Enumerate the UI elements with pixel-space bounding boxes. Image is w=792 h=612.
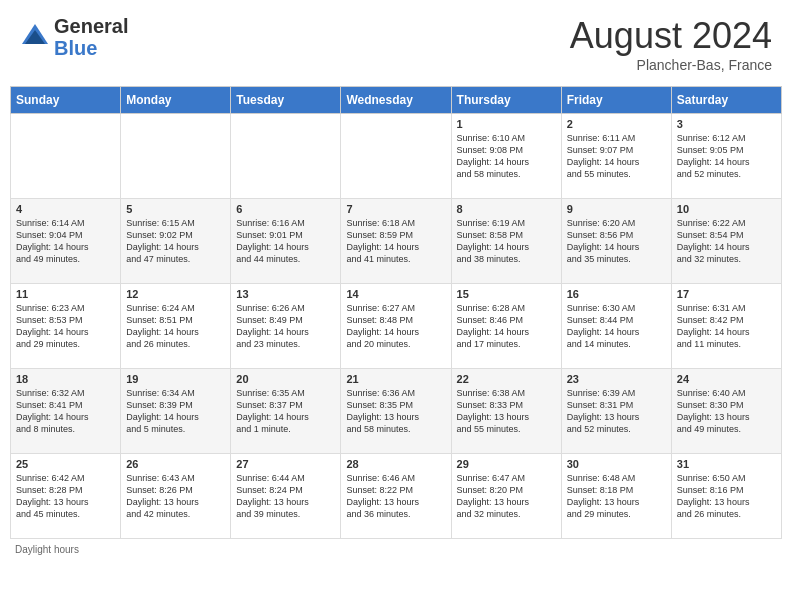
calendar-cell: 17Sunrise: 6:31 AM Sunset: 8:42 PM Dayli…	[671, 284, 781, 369]
location: Plancher-Bas, France	[570, 57, 772, 73]
day-info: Sunrise: 6:12 AM Sunset: 9:05 PM Dayligh…	[677, 132, 776, 181]
calendar-cell: 31Sunrise: 6:50 AM Sunset: 8:16 PM Dayli…	[671, 454, 781, 539]
day-info: Sunrise: 6:43 AM Sunset: 8:26 PM Dayligh…	[126, 472, 225, 521]
day-number: 1	[457, 118, 556, 130]
day-info: Sunrise: 6:11 AM Sunset: 9:07 PM Dayligh…	[567, 132, 666, 181]
calendar-cell: 30Sunrise: 6:48 AM Sunset: 8:18 PM Dayli…	[561, 454, 671, 539]
calendar-cell: 7Sunrise: 6:18 AM Sunset: 8:59 PM Daylig…	[341, 199, 451, 284]
calendar-cell: 8Sunrise: 6:19 AM Sunset: 8:58 PM Daylig…	[451, 199, 561, 284]
day-number: 25	[16, 458, 115, 470]
day-header-friday: Friday	[561, 87, 671, 114]
calendar-cell: 10Sunrise: 6:22 AM Sunset: 8:54 PM Dayli…	[671, 199, 781, 284]
day-info: Sunrise: 6:14 AM Sunset: 9:04 PM Dayligh…	[16, 217, 115, 266]
day-number: 18	[16, 373, 115, 385]
calendar-cell: 23Sunrise: 6:39 AM Sunset: 8:31 PM Dayli…	[561, 369, 671, 454]
day-number: 2	[567, 118, 666, 130]
calendar-week-row: 18Sunrise: 6:32 AM Sunset: 8:41 PM Dayli…	[11, 369, 782, 454]
calendar-week-row: 11Sunrise: 6:23 AM Sunset: 8:53 PM Dayli…	[11, 284, 782, 369]
day-info: Sunrise: 6:46 AM Sunset: 8:22 PM Dayligh…	[346, 472, 445, 521]
day-number: 20	[236, 373, 335, 385]
calendar-cell: 15Sunrise: 6:28 AM Sunset: 8:46 PM Dayli…	[451, 284, 561, 369]
calendar-cell: 11Sunrise: 6:23 AM Sunset: 8:53 PM Dayli…	[11, 284, 121, 369]
calendar-cell: 29Sunrise: 6:47 AM Sunset: 8:20 PM Dayli…	[451, 454, 561, 539]
calendar-cell: 25Sunrise: 6:42 AM Sunset: 8:28 PM Dayli…	[11, 454, 121, 539]
calendar-cell	[231, 114, 341, 199]
day-info: Sunrise: 6:39 AM Sunset: 8:31 PM Dayligh…	[567, 387, 666, 436]
day-number: 17	[677, 288, 776, 300]
day-info: Sunrise: 6:19 AM Sunset: 8:58 PM Dayligh…	[457, 217, 556, 266]
day-info: Sunrise: 6:35 AM Sunset: 8:37 PM Dayligh…	[236, 387, 335, 436]
day-info: Sunrise: 6:27 AM Sunset: 8:48 PM Dayligh…	[346, 302, 445, 351]
day-info: Sunrise: 6:30 AM Sunset: 8:44 PM Dayligh…	[567, 302, 666, 351]
day-number: 19	[126, 373, 225, 385]
day-number: 29	[457, 458, 556, 470]
calendar-cell: 1Sunrise: 6:10 AM Sunset: 9:08 PM Daylig…	[451, 114, 561, 199]
day-number: 4	[16, 203, 115, 215]
day-number: 27	[236, 458, 335, 470]
logo-general-text: General	[54, 15, 128, 37]
calendar-cell: 2Sunrise: 6:11 AM Sunset: 9:07 PM Daylig…	[561, 114, 671, 199]
day-header-monday: Monday	[121, 87, 231, 114]
calendar-cell: 13Sunrise: 6:26 AM Sunset: 8:49 PM Dayli…	[231, 284, 341, 369]
calendar-cell: 28Sunrise: 6:46 AM Sunset: 8:22 PM Dayli…	[341, 454, 451, 539]
day-number: 11	[16, 288, 115, 300]
day-info: Sunrise: 6:22 AM Sunset: 8:54 PM Dayligh…	[677, 217, 776, 266]
day-info: Sunrise: 6:16 AM Sunset: 9:01 PM Dayligh…	[236, 217, 335, 266]
day-number: 24	[677, 373, 776, 385]
day-number: 16	[567, 288, 666, 300]
calendar-week-row: 25Sunrise: 6:42 AM Sunset: 8:28 PM Dayli…	[11, 454, 782, 539]
calendar-cell: 16Sunrise: 6:30 AM Sunset: 8:44 PM Dayli…	[561, 284, 671, 369]
calendar-week-row: 1Sunrise: 6:10 AM Sunset: 9:08 PM Daylig…	[11, 114, 782, 199]
day-header-tuesday: Tuesday	[231, 87, 341, 114]
day-info: Sunrise: 6:34 AM Sunset: 8:39 PM Dayligh…	[126, 387, 225, 436]
day-info: Sunrise: 6:10 AM Sunset: 9:08 PM Dayligh…	[457, 132, 556, 181]
day-info: Sunrise: 6:36 AM Sunset: 8:35 PM Dayligh…	[346, 387, 445, 436]
day-info: Sunrise: 6:42 AM Sunset: 8:28 PM Dayligh…	[16, 472, 115, 521]
day-number: 26	[126, 458, 225, 470]
day-info: Sunrise: 6:44 AM Sunset: 8:24 PM Dayligh…	[236, 472, 335, 521]
day-info: Sunrise: 6:47 AM Sunset: 8:20 PM Dayligh…	[457, 472, 556, 521]
title-block: August 2024 Plancher-Bas, France	[570, 15, 772, 73]
calendar-table: SundayMondayTuesdayWednesdayThursdayFrid…	[10, 86, 782, 539]
day-info: Sunrise: 6:38 AM Sunset: 8:33 PM Dayligh…	[457, 387, 556, 436]
day-header-sunday: Sunday	[11, 87, 121, 114]
day-info: Sunrise: 6:40 AM Sunset: 8:30 PM Dayligh…	[677, 387, 776, 436]
calendar-cell: 12Sunrise: 6:24 AM Sunset: 8:51 PM Dayli…	[121, 284, 231, 369]
day-info: Sunrise: 6:24 AM Sunset: 8:51 PM Dayligh…	[126, 302, 225, 351]
day-number: 7	[346, 203, 445, 215]
day-number: 14	[346, 288, 445, 300]
day-info: Sunrise: 6:15 AM Sunset: 9:02 PM Dayligh…	[126, 217, 225, 266]
day-number: 12	[126, 288, 225, 300]
day-number: 23	[567, 373, 666, 385]
day-number: 9	[567, 203, 666, 215]
day-info: Sunrise: 6:26 AM Sunset: 8:49 PM Dayligh…	[236, 302, 335, 351]
calendar-cell: 14Sunrise: 6:27 AM Sunset: 8:48 PM Dayli…	[341, 284, 451, 369]
day-number: 30	[567, 458, 666, 470]
day-number: 22	[457, 373, 556, 385]
day-header-wednesday: Wednesday	[341, 87, 451, 114]
day-header-thursday: Thursday	[451, 87, 561, 114]
calendar-cell: 6Sunrise: 6:16 AM Sunset: 9:01 PM Daylig…	[231, 199, 341, 284]
day-number: 3	[677, 118, 776, 130]
day-number: 5	[126, 203, 225, 215]
day-header-saturday: Saturday	[671, 87, 781, 114]
calendar-cell: 5Sunrise: 6:15 AM Sunset: 9:02 PM Daylig…	[121, 199, 231, 284]
calendar-cell: 18Sunrise: 6:32 AM Sunset: 8:41 PM Dayli…	[11, 369, 121, 454]
calendar-cell	[11, 114, 121, 199]
day-info: Sunrise: 6:23 AM Sunset: 8:53 PM Dayligh…	[16, 302, 115, 351]
logo-text: General Blue	[54, 15, 128, 59]
calendar-cell: 3Sunrise: 6:12 AM Sunset: 9:05 PM Daylig…	[671, 114, 781, 199]
calendar-cell: 21Sunrise: 6:36 AM Sunset: 8:35 PM Dayli…	[341, 369, 451, 454]
page-header: General Blue August 2024 Plancher-Bas, F…	[10, 10, 782, 78]
day-number: 15	[457, 288, 556, 300]
day-number: 21	[346, 373, 445, 385]
month-title: August 2024	[570, 15, 772, 57]
day-info: Sunrise: 6:18 AM Sunset: 8:59 PM Dayligh…	[346, 217, 445, 266]
day-number: 6	[236, 203, 335, 215]
day-number: 28	[346, 458, 445, 470]
day-info: Sunrise: 6:20 AM Sunset: 8:56 PM Dayligh…	[567, 217, 666, 266]
calendar-cell	[341, 114, 451, 199]
day-number: 10	[677, 203, 776, 215]
calendar-cell: 19Sunrise: 6:34 AM Sunset: 8:39 PM Dayli…	[121, 369, 231, 454]
calendar-header-row: SundayMondayTuesdayWednesdayThursdayFrid…	[11, 87, 782, 114]
